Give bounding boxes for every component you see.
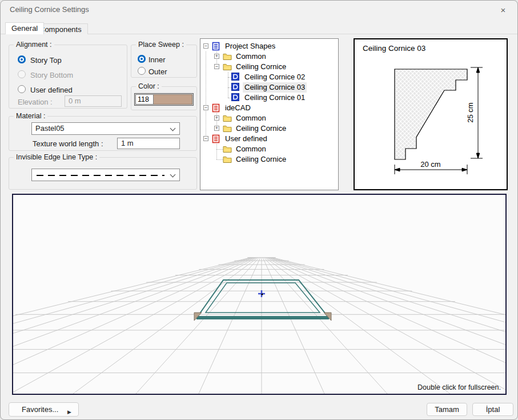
chevron-down-icon	[170, 126, 176, 131]
color-group-label: Color :	[136, 82, 162, 90]
radio-inner-label: Inner	[148, 55, 166, 64]
favorites-button[interactable]: Favorites... ▶	[9, 402, 79, 417]
chevron-down-icon	[170, 172, 176, 178]
tree-expander-minus-icon[interactable]: −	[214, 64, 219, 69]
tree-item-label: Common	[234, 144, 268, 154]
color-index-field[interactable]: 118	[135, 94, 154, 105]
tree-item-project-shapes[interactable]: −Project Shapes	[200, 41, 338, 51]
invisible-edge-group-label: Invisible Edge Line Type :	[14, 153, 99, 161]
tree-item-common[interactable]: Common	[200, 144, 338, 154]
origin-marker	[258, 290, 265, 297]
tree-item-ceiling-cornice-02[interactable]: Ceiling Cornice 02	[200, 72, 338, 82]
flyout-arrow-icon: ▶	[67, 406, 71, 419]
radio-inner[interactable]	[138, 55, 146, 63]
radio-outer[interactable]	[138, 67, 146, 75]
material-dropdown-value: Pastel05	[35, 124, 65, 133]
tree-item-label: Ceiling Cornice 01	[243, 93, 307, 103]
library-document-icon	[212, 134, 221, 143]
radio-user-defined[interactable]	[18, 85, 26, 93]
height-dimension-label: 25 cm	[466, 102, 475, 122]
cornice-profile-drawing: 25 cm 20 cm	[355, 39, 507, 189]
folder-icon	[223, 62, 232, 71]
profile-preview-panel: Ceiling Cornice 03 25 cm	[354, 38, 508, 190]
fullscreen-hint: Double click for fullscreen.	[417, 383, 501, 391]
folder-icon	[223, 155, 232, 164]
titlebar: Ceiling Cornice Settings ×	[1, 1, 517, 19]
tree-item-label: Ceiling Cornice 02	[243, 72, 307, 82]
tree-expander-minus-icon[interactable]: −	[203, 105, 208, 110]
radio-story-top[interactable]	[18, 55, 26, 63]
radio-story-bottom	[18, 70, 26, 78]
tree-item-label: Project Shapes	[223, 41, 277, 51]
library-document-icon	[212, 103, 221, 113]
folder-icon	[223, 124, 232, 133]
dashed-line-pattern-icon	[37, 175, 164, 176]
material-group-label: Material :	[14, 112, 47, 120]
tree-item-idecad[interactable]: −ideCAD	[200, 103, 338, 113]
radio-story-top-label: Story Top	[30, 56, 62, 65]
tree-item-user-defined[interactable]: −User defined	[200, 134, 338, 144]
tree-item-ceiling-cornice[interactable]: +Ceiling Cornice	[200, 123, 338, 134]
elevation-label: Elevation :	[18, 98, 53, 106]
cornice-profile-shape	[395, 69, 467, 159]
cornice-shape-icon	[231, 83, 240, 92]
tree-item-label: Ceiling Cornice 03	[243, 82, 307, 93]
material-dropdown[interactable]: Pastel05	[31, 122, 180, 135]
tree-item-label: Ceiling Cornice	[234, 62, 288, 72]
tree-item-ceiling-cornice[interactable]: −Ceiling Cornice	[200, 62, 338, 72]
cancel-button[interactable]: İptal	[472, 403, 513, 416]
tree-item-label: User defined	[223, 134, 269, 144]
tree-item-label: ideCAD	[223, 103, 252, 113]
radio-story-bottom-label: Story Bottom	[30, 71, 73, 79]
project-document-icon	[212, 42, 221, 51]
tree-item-common[interactable]: +Common	[200, 51, 338, 62]
tree-expander-minus-icon[interactable]: −	[203, 136, 208, 141]
cornice-shape-icon	[231, 73, 240, 82]
elevation-field: 0 m	[65, 95, 122, 107]
favorites-button-label: Favorites...	[22, 405, 58, 414]
ok-button[interactable]: Tamam	[427, 403, 467, 416]
texture-length-field[interactable]: 1 m	[117, 138, 180, 149]
texture-length-label: Texture world length :	[33, 139, 103, 148]
color-swatch[interactable]	[154, 94, 192, 105]
tree-item-ceiling-cornice-03[interactable]: Ceiling Cornice 03	[200, 82, 338, 93]
tree-expander-plus-icon[interactable]: +	[214, 54, 219, 59]
folder-icon	[223, 145, 232, 154]
radio-user-defined-label: User defined	[30, 86, 73, 94]
tree-item-common[interactable]: +Common	[200, 113, 338, 123]
perspective-grid	[13, 195, 505, 394]
tree-expander-plus-icon[interactable]: +	[214, 115, 219, 121]
tree-expander-minus-icon[interactable]: −	[203, 43, 208, 49]
tree-item-label: Ceiling Cornice	[234, 154, 288, 165]
line-type-dropdown[interactable]	[31, 169, 180, 181]
folder-icon	[223, 114, 232, 123]
shape-library-tree[interactable]: −Project Shapes+Common−Ceiling CorniceCe…	[200, 38, 339, 190]
tree-item-label: Ceiling Cornice	[234, 123, 288, 134]
color-picker[interactable]: 118	[134, 93, 194, 106]
tree-item-ceiling-cornice[interactable]: Ceiling Cornice	[200, 154, 338, 165]
radio-outer-label: Outer	[148, 67, 167, 76]
tab-general[interactable]: General	[5, 22, 44, 34]
tree-expander-plus-icon[interactable]: +	[214, 126, 219, 131]
width-dimension-label: 20 cm	[420, 160, 440, 169]
close-icon[interactable]: ×	[497, 4, 509, 17]
3d-preview-viewport[interactable]: Double click for fullscreen.	[12, 194, 507, 395]
alignment-group-label: Alignment :	[14, 41, 54, 49]
place-sweep-group-label: Place Sweep :	[136, 41, 186, 49]
folder-icon	[223, 52, 232, 61]
dialog-title: Ceiling Cornice Settings	[10, 5, 89, 14]
ceiling-cornice-settings-dialog: Ceiling Cornice Settings × Components Ge…	[0, 0, 518, 420]
cornice-shape-icon	[231, 93, 240, 102]
tree-item-label: Common	[234, 51, 268, 62]
tree-item-ceiling-cornice-01[interactable]: Ceiling Cornice 01	[200, 93, 338, 103]
tree-item-label: Common	[234, 113, 268, 123]
